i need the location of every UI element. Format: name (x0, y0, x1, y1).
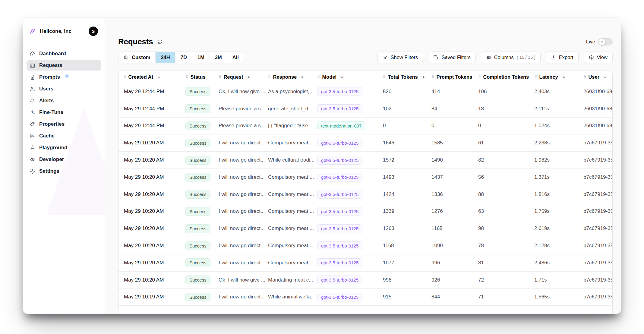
drag-handle-icon[interactable]: ⠿ (583, 75, 586, 79)
column-header-latency[interactable]: ⠿Latency (531, 74, 580, 80)
cell-model: gpt-3.5-turbo-0125 (314, 241, 380, 250)
sidebar-item-label: Playground (39, 145, 68, 151)
cell-latency: 1.816s (531, 191, 580, 197)
refresh-icon[interactable] (157, 39, 163, 44)
org-switcher[interactable]: Helicone, Inc S (23, 18, 105, 45)
column-header-prompt_tokens[interactable]: ⠿Prompt Tokens (428, 74, 475, 80)
cell-user: b7c67919-35 (580, 208, 613, 214)
time-range-all[interactable]: All (227, 52, 244, 63)
sidebar-item-users[interactable]: Users (27, 84, 101, 94)
drag-handle-icon[interactable]: ⠿ (123, 75, 126, 79)
sidebar-item-requests[interactable]: Requests (27, 60, 101, 71)
cell-latency: 2.111s (531, 106, 580, 112)
sidebar-item-alerts[interactable]: Alerts (27, 96, 101, 106)
cell-status: Success (182, 121, 216, 130)
table-row[interactable]: May 29 10:20 AMSuccessI will now go dire… (118, 237, 612, 254)
column-header-response[interactable]: ⠿Response (265, 74, 314, 80)
avatar[interactable]: S (89, 27, 98, 36)
sort-icon[interactable] (420, 75, 425, 79)
sort-icon[interactable] (339, 75, 343, 79)
sidebar-item-developer[interactable]: Developer (27, 154, 101, 165)
copy-icon (433, 55, 438, 60)
cell-status: Success (182, 224, 216, 233)
view-button[interactable]: View (584, 52, 613, 63)
drag-handle-icon[interactable]: ⠿ (219, 75, 221, 79)
column-header-created_at[interactable]: ⠿Created At (118, 74, 182, 80)
status-badge: Success (185, 173, 210, 181)
drag-handle-icon[interactable]: ⠿ (317, 75, 320, 79)
sort-icon[interactable] (155, 75, 160, 79)
cell-completion_tokens: 72 (475, 277, 531, 283)
cell-latency: 1.371s (531, 174, 580, 180)
table-row[interactable]: May 29 10:20 AMSuccessI will now go dire… (118, 134, 612, 152)
table-row[interactable]: May 29 10:20 AMSuccessI will now go dire… (118, 169, 612, 186)
columns-button[interactable]: Columns( 15 / 15 ) (481, 52, 541, 63)
table-row[interactable]: May 29 12:44 PMSuccessPlease provide a s… (118, 100, 612, 118)
sidebar-item-playground[interactable]: Playground (27, 143, 101, 153)
calendar-icon (124, 55, 129, 60)
cell-created_at: May 29 12:44 PM (118, 89, 182, 95)
column-header-status[interactable]: ⠿Status (182, 74, 216, 80)
column-header-model[interactable]: ⠿Model (314, 74, 380, 80)
sidebar-item-cache[interactable]: Cache (27, 131, 101, 141)
time-range-24h[interactable]: 24H (156, 52, 175, 63)
sidebar-item-fine-tune[interactable]: Fine-Tune (27, 107, 101, 118)
time-range-3m[interactable]: 3M (210, 52, 227, 63)
cell-response: Compulsory meat ... (265, 208, 314, 214)
table-row[interactable]: May 29 10:19 AMSuccessI will now go dire… (118, 289, 612, 306)
table-row[interactable]: May 29 10:20 AMSuccessI will now go dire… (118, 254, 612, 272)
cell-response: Compulsory meat ... (265, 174, 314, 180)
table-row[interactable]: May 29 10:20 AMSuccessI will now go dire… (118, 203, 612, 220)
cell-user: 26031f90-68 (580, 89, 613, 95)
status-badge: Success (185, 293, 210, 301)
sort-icon[interactable] (560, 75, 565, 79)
table-row[interactable]: May 29 10:20 AMSuccessI will now go dire… (118, 220, 612, 237)
cell-total_tokens: 1168 (380, 243, 428, 249)
time-range-1m[interactable]: 1M (192, 52, 210, 63)
table-row[interactable]: May 29 10:20 AMSuccessOk, I will now giv… (118, 272, 612, 289)
cell-response: Mandating meat c... (265, 277, 314, 283)
drag-handle-icon[interactable]: ⠿ (185, 75, 188, 79)
time-range-custom[interactable]: Custom (118, 52, 156, 63)
sidebar-item-dashboard[interactable]: Dashboard (27, 49, 101, 59)
main-content: Requests Live Custom24H7D1M3MAll Show Fi… (105, 18, 621, 314)
table-row[interactable]: May 29 12:44 PMSuccessPlease provide a s… (118, 118, 612, 135)
cell-response: Compulsory meat ... (265, 191, 314, 197)
drag-handle-icon[interactable]: ⠿ (268, 75, 271, 79)
cell-response: Compulsory meat ... (265, 260, 314, 266)
export-button[interactable]: Export (546, 52, 579, 63)
cell-prompt_tokens: 414 (428, 89, 475, 95)
sidebar-item-prompts[interactable]: Prompts (27, 72, 101, 82)
live-toggle[interactable] (598, 38, 613, 46)
drag-handle-icon[interactable]: ⠿ (431, 75, 434, 79)
cell-prompt_tokens: 844 (428, 294, 475, 300)
time-range-7d[interactable]: 7D (175, 52, 192, 63)
column-header-user[interactable]: ⠿User (580, 74, 613, 80)
drag-handle-icon[interactable]: ⠿ (383, 75, 386, 79)
table-row[interactable]: May 29 10:20 AMSuccessI will now go dire… (118, 186, 612, 203)
drag-handle-icon[interactable]: ⠿ (478, 75, 481, 79)
sort-icon[interactable] (601, 75, 606, 79)
sidebar-item-properties[interactable]: Properties (27, 119, 101, 129)
table-row[interactable]: May 29 12:44 PMSuccessOk, I will now giv… (118, 83, 612, 100)
drag-handle-icon[interactable]: ⠿ (534, 75, 537, 79)
users-icon (30, 86, 35, 92)
cell-status: Success (182, 207, 216, 216)
column-header-total_tokens[interactable]: ⠿Total Tokens (380, 74, 428, 80)
table-row[interactable]: May 29 10:20 AMSuccessI will now go dire… (118, 152, 612, 169)
sort-icon[interactable] (245, 75, 250, 79)
sort-icon[interactable] (299, 75, 304, 79)
cell-latency: 1.982s (531, 157, 580, 163)
cell-created_at: May 29 10:20 AM (118, 260, 182, 266)
show-filters-button[interactable]: Show Filters (377, 52, 423, 63)
column-header-completion_tokens[interactable]: ⠿Completion Tokens (475, 74, 531, 80)
cell-total_tokens: 998 (380, 277, 428, 283)
app-window: Helicone, Inc S DashboardRequestsPrompts… (23, 17, 621, 314)
time-range-selector: Custom24H7D1M3MAll (118, 52, 244, 63)
sidebar-item-settings[interactable]: Settings (27, 166, 101, 176)
cell-model: gpt-3.5-turbo-0125 (314, 207, 380, 216)
column-header-request[interactable]: ⠿Request (216, 74, 265, 80)
home-icon (30, 51, 35, 57)
cell-completion_tokens: 63 (475, 208, 531, 214)
saved-filters-button[interactable]: Saved Filters (428, 52, 475, 63)
